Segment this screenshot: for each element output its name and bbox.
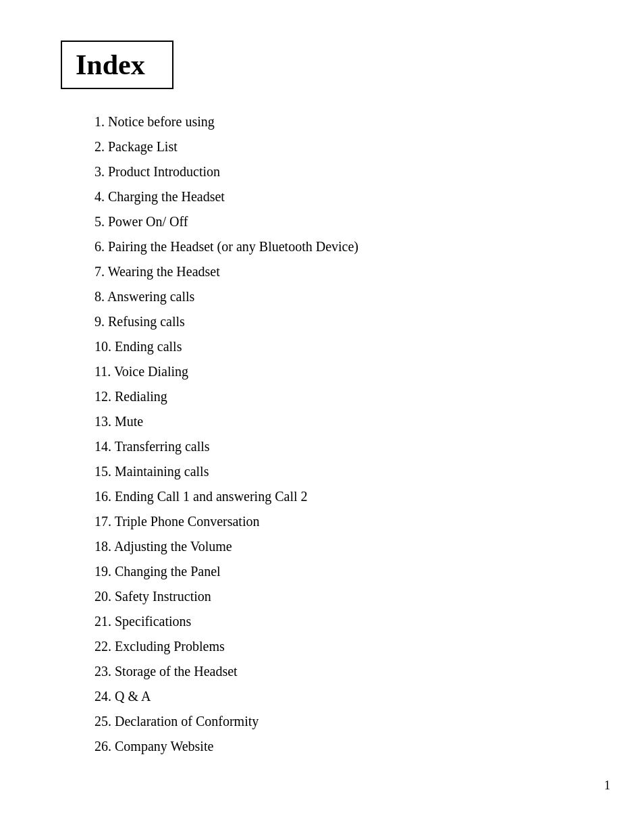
page-container: Index 1. Notice before using2. Package L… bbox=[0, 0, 644, 813]
list-item: 20. Safety Instruction bbox=[95, 584, 590, 609]
list-item: 9. Refusing calls bbox=[95, 309, 590, 334]
page-title: Index bbox=[76, 49, 145, 81]
list-item: 6. Pairing the Headset (or any Bluetooth… bbox=[95, 234, 590, 259]
list-item: 19. Changing the Panel bbox=[95, 559, 590, 584]
list-item: 2. Package List bbox=[95, 134, 590, 159]
list-item: 25. Declaration of Conformity bbox=[95, 709, 590, 734]
title-box: Index bbox=[61, 41, 173, 89]
list-item: 13. Mute bbox=[95, 409, 590, 434]
list-item: 4. Charging the Headset bbox=[95, 184, 590, 209]
list-item: 21. Specifications bbox=[95, 609, 590, 634]
list-item: 18. Adjusting the Volume bbox=[95, 534, 590, 559]
list-item: 23. Storage of the Headset bbox=[95, 659, 590, 684]
list-item: 5. Power On/ Off bbox=[95, 209, 590, 234]
list-item: 26. Company Website bbox=[95, 734, 590, 759]
list-item: 3. Product Introduction bbox=[95, 159, 590, 184]
list-item: 7. Wearing the Headset bbox=[95, 259, 590, 284]
list-item: 24. Q & A bbox=[95, 684, 590, 709]
list-item: 14. Transferring calls bbox=[95, 434, 590, 459]
list-item: 12. Redialing bbox=[95, 384, 590, 409]
list-item: 11. Voice Dialing bbox=[95, 359, 590, 384]
list-item: 17. Triple Phone Conversation bbox=[95, 509, 590, 534]
list-item: 10. Ending calls bbox=[95, 334, 590, 359]
index-list: 1. Notice before using2. Package List3. … bbox=[95, 109, 590, 759]
list-item: 1. Notice before using bbox=[95, 109, 590, 134]
list-item: 8. Answering calls bbox=[95, 284, 590, 309]
list-item: 22. Excluding Problems bbox=[95, 634, 590, 659]
list-item: 16. Ending Call 1 and answering Call 2 bbox=[95, 484, 590, 509]
list-item: 15. Maintaining calls bbox=[95, 459, 590, 484]
page-number: 1 bbox=[604, 779, 610, 793]
